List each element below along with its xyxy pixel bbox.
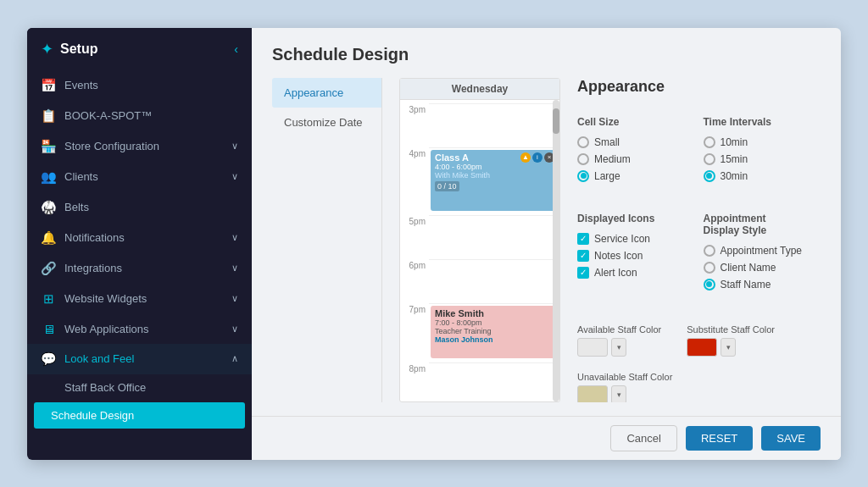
sidebar-item-label: Events: [64, 79, 238, 91]
color-row-2: Unavailable Staff Color ▾: [577, 372, 804, 402]
displayed-icons-title: Displayed Icons: [577, 213, 678, 224]
radio-medium: [577, 153, 589, 165]
unavailable-staff-color: Unavailable Staff Color ▾: [577, 372, 672, 402]
time-label-5pm: 5pm: [400, 215, 429, 228]
notifications-icon: 🔔: [41, 230, 56, 246]
sidebar-item-web-applications[interactable]: 🖥 Web Applications ∨: [27, 314, 252, 344]
event-b-type: Teacher Training: [435, 327, 554, 335]
options-row-1: Cell Size Small Medium: [577, 116, 804, 182]
cell-size-large[interactable]: Large: [577, 170, 678, 182]
event-instructor: With Mike Smith: [435, 171, 554, 180]
integrations-icon: 🔗: [41, 261, 56, 276]
sidebar-item-clients[interactable]: 👥 Clients ∨: [27, 162, 252, 192]
appearance-section-title: Appearance: [577, 78, 804, 96]
clients-icon: 👥: [41, 169, 56, 185]
cal-time-row-7pm: 7pm Mike Smith 7:00 - 8:00pm Teacher Tra…: [400, 303, 559, 362]
time-label-3pm: 3pm: [400, 103, 429, 116]
sidebar-item-label: Notifications: [64, 231, 223, 244]
sidebar-item-label: BOOK-A-SPOT™: [64, 109, 238, 122]
sidebar-item-label: Store Configuration: [64, 140, 223, 152]
sidebar-item-look-and-feel[interactable]: 💬 Look and Feel ∧: [27, 344, 252, 374]
chevron-up-icon: ∧: [231, 353, 238, 364]
sidebar-subitem-schedule-design[interactable]: Schedule Design: [34, 402, 245, 429]
event-time: 4:00 - 6:00pm: [435, 163, 554, 171]
checkbox-alert-icon[interactable]: ✓ Alert Icon: [577, 267, 678, 279]
time-label-8pm: 8pm: [400, 362, 429, 375]
radio-client-name: [704, 262, 715, 274]
sidebar-item-events[interactable]: 📅 Events: [27, 70, 252, 101]
color-row: Available Staff Color ▾ Substitute Staff…: [577, 324, 804, 357]
radio-appt-type: [704, 245, 715, 257]
sidebar-item-label: Web Applications: [64, 323, 223, 335]
appt-type[interactable]: Appointment Type: [704, 245, 804, 257]
sidebar-collapse-icon[interactable]: ‹: [234, 42, 238, 56]
cell-size-medium[interactable]: Medium: [577, 153, 678, 165]
look-and-feel-icon: 💬: [41, 351, 56, 367]
cancel-button[interactable]: Cancel: [610, 425, 676, 451]
calendar-scroll[interactable]: 3pm 4pm ▲: [400, 100, 559, 401]
unavailable-color-dropdown[interactable]: ▾: [611, 385, 626, 402]
chevron-down-icon: ∨: [231, 293, 238, 304]
cal-event-mike-smith[interactable]: Mike Smith 7:00 - 8:00pm Teacher Trainin…: [431, 306, 558, 358]
sidebar-subitem-staff-back-office[interactable]: Staff Back Office: [27, 374, 252, 401]
available-color-dropdown[interactable]: ▾: [611, 338, 626, 357]
book-a-spot-icon: 📋: [41, 108, 56, 124]
available-staff-color: Available Staff Color ▾: [577, 324, 661, 357]
available-color-swatch[interactable]: [577, 338, 608, 357]
sidebar-item-belts[interactable]: 🥋 Belts: [27, 192, 252, 223]
substitute-color-swatch[interactable]: [687, 338, 717, 357]
cal-time-row-4pm: 4pm ▲ i × Class A: [400, 147, 559, 215]
setup-icon: ✦: [41, 40, 53, 58]
cal-time-row-5pm: 5pm: [400, 215, 559, 259]
event-b-time: 7:00 - 8:00pm: [435, 318, 554, 327]
checkbox-service-icon[interactable]: ✓ Service Icon: [577, 233, 678, 245]
check-notes: ✓: [577, 250, 589, 262]
staff-name[interactable]: Staff Name: [704, 279, 804, 291]
available-color-picker[interactable]: ▾: [577, 338, 661, 357]
substitute-color-dropdown[interactable]: ▾: [721, 338, 736, 357]
client-name[interactable]: Client Name: [704, 262, 804, 274]
chevron-down-icon: ∨: [231, 263, 238, 274]
page-wrapper: Schedule Design Appearance Customize Dat…: [252, 28, 841, 416]
sidebar-item-book-a-spot[interactable]: 📋 BOOK-A-SPOT™: [27, 101, 252, 131]
left-nav: Appearance Customize Date: [272, 78, 382, 402]
checkbox-notes-icon[interactable]: ✓ Notes Icon: [577, 250, 678, 262]
unavailable-color-swatch[interactable]: [577, 385, 608, 402]
sidebar-item-website-widgets[interactable]: ⊞ Website Widgets ∨: [27, 284, 252, 314]
calendar-scrollbar[interactable]: [553, 100, 559, 401]
substitute-color-picker[interactable]: ▾: [687, 338, 775, 357]
radio-10min: [704, 136, 715, 148]
radio-large: [577, 170, 589, 182]
cal-event-class-a[interactable]: ▲ i × Class A 4:00 - 6:00pm With Mike Sm…: [431, 150, 558, 211]
store-icon: 🏪: [41, 139, 56, 154]
sidebar-item-notifications[interactable]: 🔔 Notifications ∨: [27, 223, 252, 253]
sidebar-item-store-config[interactable]: 🏪 Store Configuration ∨: [27, 131, 252, 162]
time-intervals-title: Time Intervals: [704, 116, 804, 128]
nav-item-appearance[interactable]: Appearance: [272, 78, 381, 108]
event-b-name: Mason Johnson: [435, 335, 554, 344]
chevron-down-icon: ∨: [231, 141, 238, 152]
save-button[interactable]: SAVE: [761, 426, 821, 451]
sidebar-item-integrations[interactable]: 🔗 Integrations ∨: [27, 253, 252, 284]
cal-time-row-6pm: 6pm: [400, 259, 559, 303]
cell-size-small[interactable]: Small: [577, 136, 678, 148]
website-widgets-icon: ⊞: [41, 291, 56, 307]
time-label-6pm: 6pm: [400, 259, 429, 272]
time-15min[interactable]: 15min: [704, 153, 804, 165]
time-10min[interactable]: 10min: [704, 136, 804, 148]
calendar-day-label: Wednesday: [400, 79, 559, 100]
nav-item-customize-date[interactable]: Customize Date: [272, 108, 381, 137]
radio-staff-name: [704, 279, 715, 291]
time-30min[interactable]: 30min: [704, 170, 804, 182]
cell-size-title: Cell Size: [577, 116, 678, 128]
reset-button[interactable]: RESET: [686, 426, 753, 451]
sidebar-menu: 📅 Events 📋 BOOK-A-SPOT™ 🏪 Store Configur…: [27, 70, 252, 460]
options-panel: Appearance Cell Size Small: [577, 78, 804, 402]
radio-small: [577, 136, 589, 148]
radio-15min: [704, 153, 715, 165]
sidebar-title: Setup: [60, 42, 97, 57]
footer-bar: Cancel RESET SAVE: [252, 416, 841, 460]
substitute-staff-color: Substitute Staff Color ▾: [687, 324, 775, 357]
check-alert: ✓: [577, 267, 589, 279]
unavailable-color-picker[interactable]: ▾: [577, 385, 672, 402]
